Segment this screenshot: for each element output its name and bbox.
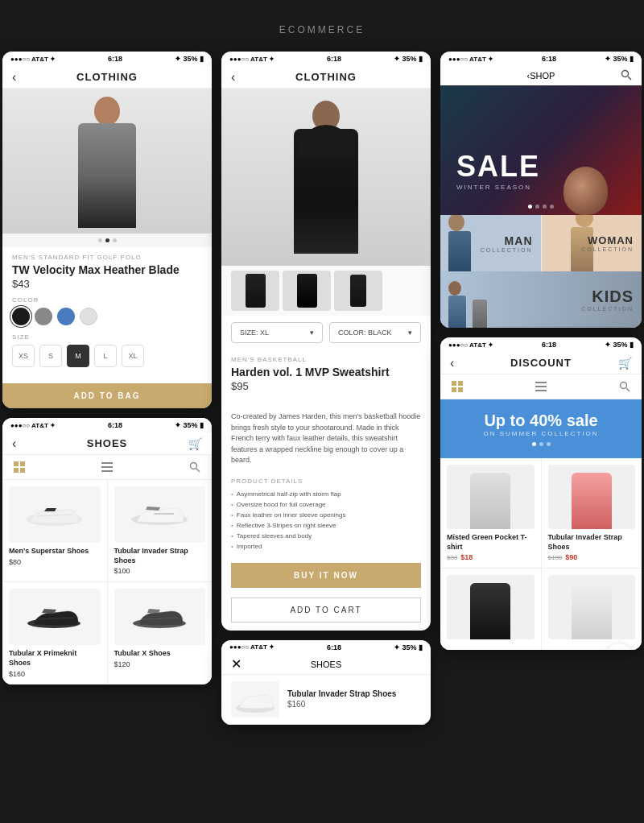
time-6: 6:18 [327,643,341,651]
disc-person-2 [572,473,612,529]
shoe-img-1 [9,486,101,543]
product-category-2: MEN'S BASKETBALL [231,356,421,363]
phone1-header: ‹ CLOTHING [2,66,212,89]
svg-rect-20 [452,381,456,386]
disc-name-1: Misted Green Pocket T-shirt [447,533,535,552]
detail-item-6: Imported [231,541,421,552]
phone6-header: ✕ SHOES [221,655,431,675]
status-bar-3: ●●●○○ AT&T ✦ 6:18 ✦ 35% ▮ [440,52,642,66]
header-title-1: CLOTHING [76,71,138,83]
shoes-list-info-1: Tubular Invader Strap Shoes $160 [287,689,421,709]
hero-subtitle-text: WINTER SEASON [456,184,540,191]
color-blue[interactable] [57,308,75,325]
close-icon-6[interactable]: ✕ [231,656,242,672]
search-icon-3[interactable] [621,69,632,83]
back-arrow-2[interactable]: ‹ [231,70,235,85]
battery-1: ✦ 35% ▮ [175,55,204,63]
thumbnail-3[interactable] [334,271,382,311]
cart-icon-5[interactable]: 🛒 [618,357,632,370]
list-icon[interactable] [100,460,114,474]
disc-person-1 [470,473,510,529]
disc-old-2: $100 [548,554,563,561]
battery-2: ✦ 35% ▮ [394,55,423,63]
svg-point-7 [191,463,197,469]
disc-img-3 [447,575,535,639]
hero-text: SALE WINTER SEASON [456,150,540,191]
svg-rect-22 [452,387,456,392]
size-xl[interactable]: XL [122,345,144,367]
shoes-list-item-1[interactable]: Tubular Invader Strap Shoes $160 [221,675,431,725]
cart-icon-4[interactable]: 🛒 [188,437,202,450]
grid-icon[interactable] [12,460,27,474]
svg-rect-23 [458,387,463,392]
hero-dots [528,205,554,209]
select-row-2: SIZE: XL▾ COLOR: BLACK▾ [221,316,431,349]
header-title-2: CLOTHING [295,71,357,83]
phone4-header: ‹ SHOES 🛒 [2,432,212,455]
size-m[interactable]: M [67,345,89,367]
back-arrow-1[interactable]: ‹ [12,70,16,85]
collection-man[interactable]: MAN COLLECTION [440,215,541,271]
svg-line-8 [196,469,200,472]
svg-rect-0 [14,461,19,466]
hero-dot-3 [543,205,547,209]
disc-price-2: $100 $90 [548,553,636,561]
dot-2 [105,238,109,242]
discount-item-3 [440,569,541,650]
svg-rect-5 [101,466,113,468]
phone3-header: ‹ SHOP [440,66,642,86]
dot-3 [113,238,117,242]
battery-4: ✦ 35% ▮ [175,421,204,429]
shoe-name-4: Tubular X Shoes [114,649,206,659]
toolbar-4 [2,455,212,480]
color-black[interactable] [12,308,30,325]
thumbnail-2[interactable] [283,271,331,311]
list-icon-5[interactable] [534,379,548,394]
svg-rect-26 [535,390,547,391]
signal-2: ●●●○○ AT&T ✦ [229,56,275,63]
status-bar-5: ●●●○○ AT&T ✦ 6:18 ✦ 35% ▮ [440,337,642,352]
add-to-bag-button[interactable]: ADD TO BAG [2,383,212,408]
time-5: 6:18 [542,341,556,349]
shoe-img-3 [9,589,101,645]
product-name-1: TW Velocity Max Heather Blade [12,263,202,276]
size-l[interactable]: L [94,345,117,367]
add-to-cart-button[interactable]: ADD TO CART [231,598,421,622]
discount-item-1: Misted Green Pocket T-shirt $30 $18 [440,458,541,568]
color-options-1 [12,308,202,325]
header-title-6: SHOES [311,660,342,669]
size-xs[interactable]: XS [12,345,35,367]
battery-6: ✦ 35% ▮ [394,643,423,651]
column-2: ●●●○○ AT&T ✦ 6:18 ✦ 35% ▮ ‹ CLOTHING [221,52,431,725]
collection-kids[interactable]: KIDS COLLECTION [440,271,642,328]
header-title-5: DISCOUNT [510,357,572,369]
phone-discount: ●●●○○ AT&T ✦ 6:18 ✦ 35% ▮ ‹ DISCOUNT 🛒 [440,337,642,650]
thumbnail-1[interactable] [231,271,279,311]
status-bar-2: ●●●○○ AT&T ✦ 6:18 ✦ 35% ▮ [221,52,431,66]
grid-icon-5[interactable] [450,379,464,394]
size-select[interactable]: SIZE: XL▾ [231,322,323,343]
shoe-item-4: Tubular X Shoes $120 [108,582,213,684]
shoe-item-2: Tubular Invader Strap Shoes $100 [108,480,213,581]
detail-item-3: Faux leather on inner sleeve openings [231,510,421,520]
color-select[interactable]: COLOR: BLACK▾ [329,322,421,343]
phone-sweatshirt-detail: ●●●○○ AT&T ✦ 6:18 ✦ 35% ▮ ‹ CLOTHING [221,52,431,631]
collection-woman[interactable]: WOMAN COLLECTION [542,215,642,271]
back-arrow-4[interactable]: ‹ [12,436,16,451]
svg-rect-24 [535,382,547,383]
details-list: Asymmetrical half-zip with storm flap Ov… [231,489,421,552]
color-gray[interactable] [35,308,52,325]
search-icon-4[interactable] [188,460,202,474]
size-s[interactable]: S [39,345,62,367]
time-1: 6:18 [108,55,122,63]
buy-button[interactable]: BUY IT NOW [231,563,421,588]
disc-old-1: $30 [447,554,457,561]
back-arrow-5[interactable]: ‹ [450,356,454,370]
disc-person-4 [572,583,612,639]
search-icon-5[interactable] [617,379,632,394]
signal-1: ●●●○○ AT&T ✦ [10,56,56,63]
header-title-4: SHOES [87,437,128,449]
color-white[interactable] [80,308,97,325]
product-image-2 [221,89,431,266]
disc-person-3 [470,583,510,639]
